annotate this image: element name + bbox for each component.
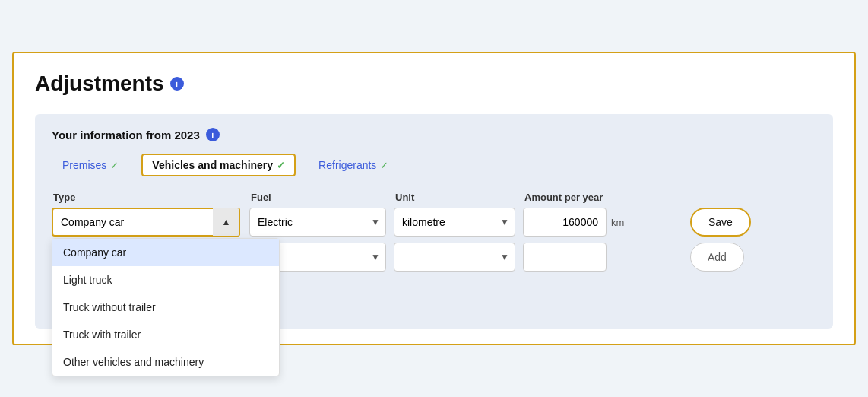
header-action — [692, 192, 783, 203]
unit-cell: kilometre ▼ — [394, 208, 523, 237]
save-button[interactable]: Save — [690, 208, 751, 237]
tab-premises-check: ✓ — [110, 160, 119, 171]
header-fuel: Fuel — [251, 192, 395, 203]
unit-cell-2: ▼ — [394, 243, 523, 272]
fuel-select[interactable]: Electric — [249, 208, 386, 237]
table-headers: Type Fuel Unit Amount per year — [52, 192, 816, 203]
unit-select-wrapper-2: ▼ — [394, 243, 515, 272]
save-cell: Save — [690, 208, 781, 237]
header-type: Type — [53, 192, 251, 203]
tab-premises-label: Premises — [62, 159, 106, 171]
type-dropdown-menu: Company car Light truck Truck without tr… — [52, 238, 280, 376]
add-button[interactable]: Add — [690, 243, 744, 272]
amount-wrapper-2 — [523, 243, 683, 272]
header-unit: Unit — [395, 192, 524, 203]
page-title-row: Adjustments i — [35, 71, 833, 96]
amount-cell: km — [523, 208, 690, 237]
type-dropdown-arrow[interactable]: ▲ — [213, 208, 240, 237]
header-amount: Amount per year — [524, 192, 692, 203]
tab-premises[interactable]: Premises ✓ — [52, 154, 129, 176]
fuel-cell: Electric ▼ — [249, 208, 394, 237]
tab-vehicles-check: ✓ — [277, 160, 285, 171]
tab-refrigerants-check: ✓ — [380, 160, 388, 171]
dropdown-option-truck-with-trailer[interactable]: Truck with trailer — [52, 321, 279, 348]
page-title: Adjustments — [35, 71, 164, 96]
dropdown-option-other-vehicles[interactable]: Other vehicles and machinery — [52, 348, 279, 376]
tab-refrigerants[interactable]: Refrigerants ✓ — [308, 154, 399, 176]
amount-cell-2 — [523, 243, 690, 272]
type-input[interactable] — [52, 208, 240, 237]
tab-vehicles-label: Vehicles and machinery — [152, 159, 273, 171]
unit-select[interactable]: kilometre — [394, 208, 515, 237]
tab-vehicles[interactable]: Vehicles and machinery ✓ — [141, 154, 296, 176]
type-cell: ▲ Company car Light truck Truck without … — [52, 208, 249, 237]
page-title-info-icon[interactable]: i — [170, 77, 184, 91]
section-info-icon[interactable]: i — [206, 128, 220, 141]
main-container: Adjustments i Your information from 2023… — [12, 52, 856, 345]
info-section: Your information from 2023 i Premises ✓ … — [35, 114, 833, 329]
add-cell: Add — [690, 243, 781, 272]
amount-unit-label: km — [611, 217, 624, 228]
dropdown-option-company-car[interactable]: Company car — [52, 239, 279, 266]
type-select-wrapper: ▲ — [52, 208, 240, 237]
section-header: Your information from 2023 i — [52, 128, 816, 141]
fuel-select-wrapper: Electric ▼ — [249, 208, 386, 237]
amount-input[interactable] — [523, 208, 607, 237]
tab-refrigerants-label: Refrigerants — [318, 159, 376, 171]
dropdown-option-light-truck[interactable]: Light truck — [52, 266, 279, 294]
dropdown-option-truck-without-trailer[interactable]: Truck without trailer — [52, 294, 279, 321]
amount-input-2[interactable] — [523, 243, 607, 272]
table-row-1: ▲ Company car Light truck Truck without … — [52, 208, 816, 237]
amount-wrapper: km — [523, 208, 683, 237]
tabs-row: Premises ✓ Vehicles and machinery ✓ Refr… — [52, 154, 816, 176]
unit-select-2[interactable] — [394, 243, 515, 272]
unit-select-wrapper: kilometre ▼ — [394, 208, 515, 237]
section-header-text: Your information from 2023 — [52, 129, 200, 141]
